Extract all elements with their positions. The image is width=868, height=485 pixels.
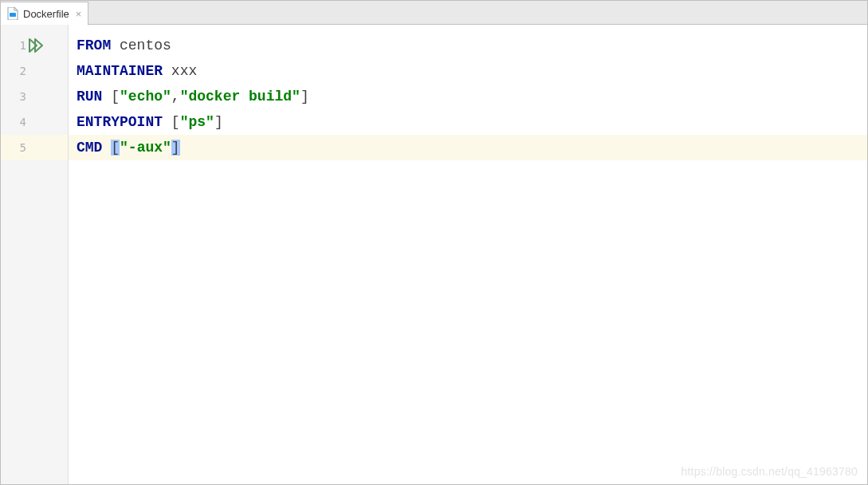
code-line[interactable]: CMD ["-aux"] — [69, 135, 867, 160]
string: "-aux" — [120, 140, 171, 156]
tab-bar: Dockerfile × — [1, 1, 867, 25]
space — [102, 89, 111, 104]
run-icon[interactable] — [28, 37, 44, 53]
tab-dockerfile[interactable]: Dockerfile × — [1, 2, 88, 26]
line-number: 3 — [6, 90, 26, 103]
identifier: centos — [111, 37, 171, 53]
keyword: ENTRYPOINT — [77, 114, 163, 130]
bracket-open: [ — [111, 140, 120, 156]
keyword: RUN — [77, 89, 102, 104]
gutter-row[interactable]: 1 — [1, 33, 68, 58]
string: "echo" — [120, 89, 171, 104]
code-area[interactable]: FROM centos MAINTAINER xxx RUN ["echo","… — [69, 25, 867, 484]
gutter-row[interactable]: 2 — [1, 58, 68, 84]
svg-rect-0 — [10, 13, 16, 17]
bracket-close: ] — [300, 89, 309, 104]
string: "docker build" — [180, 89, 300, 104]
code-line[interactable]: MAINTAINER xxx — [69, 58, 867, 84]
bracket-open: [ — [171, 114, 180, 130]
line-number: 5 — [6, 141, 26, 154]
line-number: 1 — [6, 39, 26, 52]
space — [163, 114, 171, 130]
string: "ps" — [180, 114, 214, 130]
identifier: xxx — [163, 63, 197, 79]
gutter-row[interactable]: 5 — [1, 135, 68, 160]
bracket-open: [ — [111, 89, 120, 104]
bracket-close: ] — [171, 140, 180, 156]
line-number: 4 — [6, 116, 26, 128]
code-line[interactable]: FROM centos — [69, 33, 867, 58]
comma: , — [171, 89, 180, 104]
tab-filename: Dockerfile — [23, 8, 69, 20]
bracket-close: ] — [214, 114, 223, 130]
close-icon[interactable]: × — [76, 9, 82, 19]
dockerfile-file-icon — [7, 7, 18, 20]
gutter-row[interactable]: 4 — [1, 109, 68, 135]
keyword: FROM — [77, 37, 111, 53]
line-number: 2 — [6, 65, 26, 77]
editor-area: 1 2 3 4 5 FR — [1, 25, 867, 484]
keyword: CMD — [77, 140, 102, 156]
gutter: 1 2 3 4 5 — [1, 25, 69, 484]
editor-window: Dockerfile × 1 2 3 4 — [0, 0, 868, 485]
code-line[interactable]: RUN ["echo","docker build"] — [69, 84, 867, 109]
space — [102, 140, 111, 156]
gutter-row[interactable]: 3 — [1, 84, 68, 109]
code-line[interactable]: ENTRYPOINT ["ps"] — [69, 109, 867, 135]
watermark: https://blog.csdn.net/qq_41963780 — [681, 465, 858, 478]
keyword: MAINTAINER — [77, 63, 163, 79]
